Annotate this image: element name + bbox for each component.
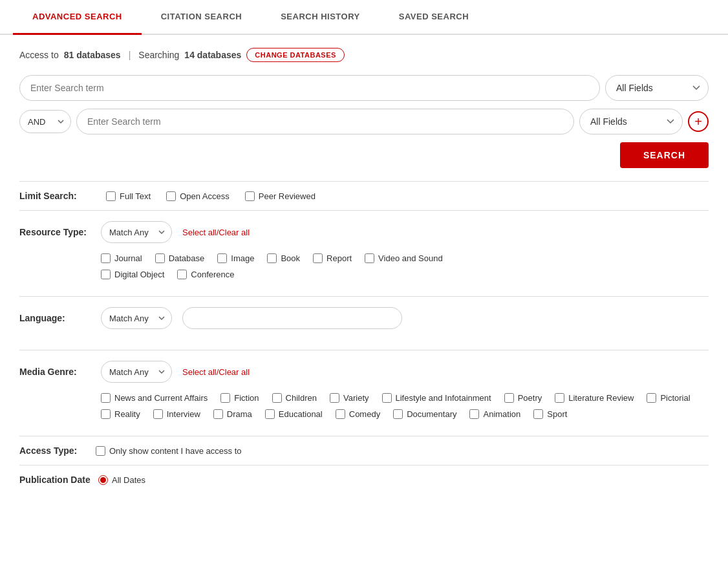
documentary-input[interactable] xyxy=(393,409,403,419)
report-checkbox[interactable]: Report xyxy=(313,253,352,263)
fiction-input[interactable] xyxy=(220,393,230,403)
poetry-checkbox[interactable]: Poetry xyxy=(504,393,542,403)
language-header: Language: Match Any Match All xyxy=(19,307,709,329)
access-type-section: Access Type: Only show content I have ac… xyxy=(19,436,709,465)
search-input-2[interactable] xyxy=(76,109,574,134)
book-checkbox[interactable]: Book xyxy=(267,253,300,263)
reality-input[interactable] xyxy=(101,409,111,419)
children-input[interactable] xyxy=(272,393,282,403)
full-text-input[interactable] xyxy=(106,191,116,201)
digital-object-checkbox[interactable]: Digital Object xyxy=(101,270,164,279)
news-checkbox[interactable]: News and Current Affairs xyxy=(101,393,208,403)
pictorial-checkbox[interactable]: Pictorial xyxy=(647,393,690,403)
literature-review-input[interactable] xyxy=(555,393,564,403)
sport-label: Sport xyxy=(547,409,567,419)
lifestyle-checkbox[interactable]: Lifestyle and Infotainment xyxy=(382,393,491,403)
image-checkbox[interactable]: Image xyxy=(217,253,254,263)
access-count: 81 databases xyxy=(64,50,121,60)
animation-label: Animation xyxy=(483,409,520,419)
media-genre-select-clear[interactable]: Select all/Clear all xyxy=(182,367,250,377)
interview-input[interactable] xyxy=(153,409,163,419)
book-input[interactable] xyxy=(267,253,277,263)
drama-input[interactable] xyxy=(213,409,223,419)
publication-date-section: Publication Date All Dates xyxy=(19,465,709,494)
educational-checkbox[interactable]: Educational xyxy=(265,409,323,419)
access-type-input[interactable] xyxy=(96,446,105,456)
resource-type-header: Resource Type: Match Any Match All Selec… xyxy=(19,221,709,243)
journal-input[interactable] xyxy=(101,253,111,263)
all-dates-input[interactable] xyxy=(98,475,108,485)
image-label: Image xyxy=(231,253,254,263)
reality-checkbox[interactable]: Reality xyxy=(101,409,140,419)
resource-type-match-select[interactable]: Match Any Match All xyxy=(101,221,172,243)
language-match-select[interactable]: Match Any Match All xyxy=(101,307,172,329)
full-text-checkbox[interactable]: Full Text xyxy=(106,191,151,201)
documentary-checkbox[interactable]: Documentary xyxy=(393,409,456,419)
field-select-2[interactable]: All Fields Abstract Author Title Subject xyxy=(579,109,683,134)
publication-date-label: Publication Date xyxy=(19,475,91,485)
access-label: Access to xyxy=(19,50,59,60)
journal-checkbox[interactable]: Journal xyxy=(101,253,142,263)
separator: | xyxy=(129,50,131,60)
news-input[interactable] xyxy=(101,393,111,403)
media-genre-header: Media Genre: Match Any Match All Select … xyxy=(19,361,709,383)
peer-reviewed-checkbox[interactable]: Peer Reviewed xyxy=(245,191,316,201)
search-btn-row: SEARCH xyxy=(19,142,709,168)
comedy-checkbox[interactable]: Comedy xyxy=(336,409,380,419)
database-input[interactable] xyxy=(155,253,165,263)
sport-input[interactable] xyxy=(533,409,543,419)
all-dates-radio[interactable]: All Dates xyxy=(98,475,145,485)
peer-reviewed-label: Peer Reviewed xyxy=(259,191,316,201)
database-checkbox[interactable]: Database xyxy=(155,253,205,263)
media-genre-match-select[interactable]: Match Any Match All xyxy=(101,361,172,383)
poetry-input[interactable] xyxy=(504,393,514,403)
full-text-label: Full Text xyxy=(120,191,151,201)
report-input[interactable] xyxy=(313,253,323,263)
media-genre-section: Media Genre: Match Any Match All Select … xyxy=(19,350,709,436)
image-input[interactable] xyxy=(217,253,227,263)
poetry-label: Poetry xyxy=(518,393,542,403)
media-genre-row-1: News and Current Affairs Fiction Childre… xyxy=(19,393,709,403)
sport-checkbox[interactable]: Sport xyxy=(533,409,567,419)
language-section: Language: Match Any Match All xyxy=(19,296,709,350)
digital-object-input[interactable] xyxy=(101,270,111,279)
animation-checkbox[interactable]: Animation xyxy=(469,409,520,419)
peer-reviewed-input[interactable] xyxy=(245,191,255,201)
search-input-1[interactable] xyxy=(19,75,600,101)
children-checkbox[interactable]: Children xyxy=(272,393,317,403)
video-sound-input[interactable] xyxy=(365,253,374,263)
limit-search-label: Limit Search: xyxy=(19,191,91,201)
drama-checkbox[interactable]: Drama xyxy=(213,409,252,419)
conference-input[interactable] xyxy=(177,270,187,279)
search-button[interactable]: SEARCH xyxy=(620,142,709,168)
operator-select[interactable]: AND OR NOT xyxy=(19,110,71,133)
field-select-1[interactable]: All Fields Abstract Author Title Subject xyxy=(605,75,709,101)
educational-label: Educational xyxy=(279,409,323,419)
video-sound-checkbox[interactable]: Video and Sound xyxy=(365,253,443,263)
lifestyle-input[interactable] xyxy=(382,393,392,403)
variety-input[interactable] xyxy=(330,393,339,403)
fiction-checkbox[interactable]: Fiction xyxy=(220,393,259,403)
tab-advanced-search[interactable]: ADVANCED SEARCH xyxy=(13,0,142,35)
add-search-row-button[interactable]: + xyxy=(688,111,709,132)
interview-checkbox[interactable]: Interview xyxy=(153,409,200,419)
educational-input[interactable] xyxy=(265,409,275,419)
limit-search-section: Limit Search: Full Text Open Access Peer… xyxy=(19,181,709,210)
drama-label: Drama xyxy=(227,409,252,419)
access-type-checkbox[interactable]: Only show content I have access to xyxy=(96,446,242,456)
animation-input[interactable] xyxy=(469,409,479,419)
pictorial-input[interactable] xyxy=(647,393,656,403)
open-access-input[interactable] xyxy=(166,191,176,201)
language-input[interactable] xyxy=(182,307,402,329)
literature-review-checkbox[interactable]: Literature Review xyxy=(555,393,634,403)
tab-saved-search[interactable]: SAVED SEARCH xyxy=(380,0,488,35)
comedy-input[interactable] xyxy=(336,409,345,419)
search-row-2: AND OR NOT All Fields Abstract Author Ti… xyxy=(19,109,709,134)
variety-checkbox[interactable]: Variety xyxy=(330,393,369,403)
conference-checkbox[interactable]: Conference xyxy=(177,270,234,279)
change-databases-button[interactable]: CHANGE DATABASES xyxy=(246,48,345,62)
tab-search-history[interactable]: SEARCH HISTORY xyxy=(261,0,380,35)
tab-citation-search[interactable]: CITATION SEARCH xyxy=(142,0,261,35)
open-access-checkbox[interactable]: Open Access xyxy=(166,191,230,201)
resource-type-select-clear[interactable]: Select all/Clear all xyxy=(182,228,250,237)
